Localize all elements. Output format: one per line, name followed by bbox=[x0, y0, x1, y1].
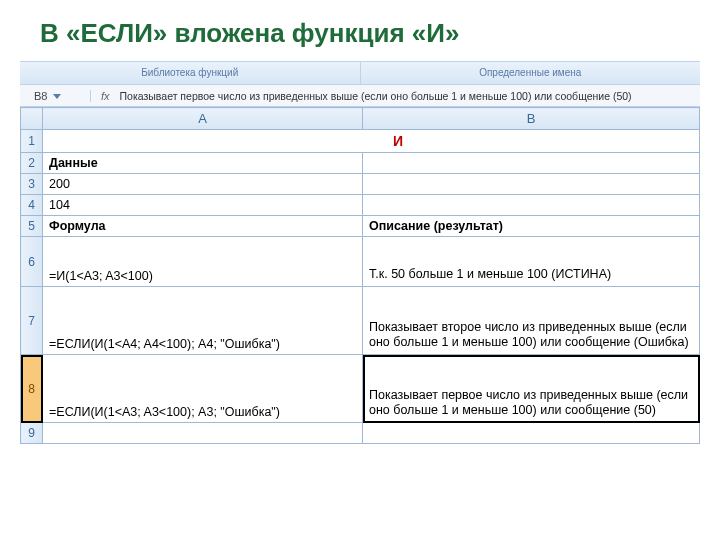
fx-icon[interactable]: fx bbox=[97, 90, 114, 102]
select-all-corner[interactable] bbox=[21, 108, 43, 130]
col-header-b[interactable]: B bbox=[363, 108, 700, 130]
cell-b8[interactable]: Показывает первое число из приведенных в… bbox=[363, 355, 700, 423]
spreadsheet[interactable]: A B 1 И 2 Данные 3 200 4 104 5 Формула О… bbox=[20, 107, 700, 444]
cell-a4[interactable]: 104 bbox=[43, 195, 363, 216]
cell-a7[interactable]: =ЕСЛИ(И(1<A4; A4<100); A4; "Ошибка") bbox=[43, 287, 363, 355]
row-header-5[interactable]: 5 bbox=[21, 216, 43, 237]
cell-a9[interactable] bbox=[43, 423, 363, 444]
cell-a5[interactable]: Формула bbox=[43, 216, 363, 237]
cell-b1[interactable]: И bbox=[43, 130, 700, 153]
formula-bar-row: B8 fx Показывает первое число из приведе… bbox=[20, 85, 700, 107]
row-header-8[interactable]: 8 bbox=[21, 355, 43, 423]
row-header-7[interactable]: 7 bbox=[21, 287, 43, 355]
name-box[interactable]: B8 bbox=[20, 90, 90, 102]
cell-b2[interactable] bbox=[363, 153, 700, 174]
cell-b4[interactable] bbox=[363, 195, 700, 216]
cell-b9[interactable] bbox=[363, 423, 700, 444]
col-header-a[interactable]: A bbox=[43, 108, 363, 130]
row-header-6[interactable]: 6 bbox=[21, 237, 43, 287]
cell-b5[interactable]: Описание (результат) bbox=[363, 216, 700, 237]
ribbon-group-library[interactable]: Библиотека функций bbox=[20, 62, 361, 84]
row-header-4[interactable]: 4 bbox=[21, 195, 43, 216]
cell-a8[interactable]: =ЕСЛИ(И(1<A3; A3<100); A3; "Ошибка") bbox=[43, 355, 363, 423]
row-header-3[interactable]: 3 bbox=[21, 174, 43, 195]
cell-a6[interactable]: =И(1<A3; A3<100) bbox=[43, 237, 363, 287]
cell-b1-text: И bbox=[373, 133, 423, 149]
row-header-9[interactable]: 9 bbox=[21, 423, 43, 444]
dropdown-icon[interactable] bbox=[53, 92, 61, 100]
cell-b7[interactable]: Показывает второе число из приведенных в… bbox=[363, 287, 700, 355]
name-box-value: B8 bbox=[34, 90, 47, 102]
row-header-2[interactable]: 2 bbox=[21, 153, 43, 174]
ribbon-group-names[interactable]: Определенные имена bbox=[361, 62, 701, 84]
formula-bar[interactable]: Показывает первое число из приведенных в… bbox=[120, 90, 632, 102]
cell-b6[interactable]: Т.к. 50 больше 1 и меньше 100 (ИСТИНА) bbox=[363, 237, 700, 287]
ribbon: Библиотека функций Определенные имена bbox=[20, 61, 700, 85]
row-header-1[interactable]: 1 bbox=[21, 130, 43, 153]
cell-a2[interactable]: Данные bbox=[43, 153, 363, 174]
cell-b3[interactable] bbox=[363, 174, 700, 195]
cell-a3[interactable]: 200 bbox=[43, 174, 363, 195]
slide-title: В «ЕСЛИ» вложена функция «И» bbox=[0, 0, 720, 61]
